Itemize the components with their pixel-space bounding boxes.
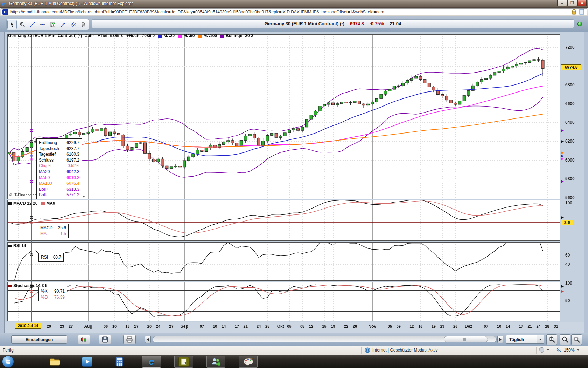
document-glyph [178, 357, 189, 367]
window-titlebar: e Germany 30 (EUR 1 Mini Contract) (-) -… [0, 0, 588, 8]
legend-item: MA20 [158, 33, 175, 38]
legend-low: +Tief: 5385.3 [98, 33, 123, 38]
protected-mode-icon[interactable] [539, 347, 545, 353]
browser-status-bar: Fertig Internet | Geschützter Modus: Akt… [0, 346, 588, 355]
legend-item: RSI 14 [8, 243, 26, 248]
segment-tool-button[interactable] [58, 20, 68, 29]
chevron-down-icon[interactable] [577, 349, 580, 351]
status-separator [361, 347, 362, 354]
print-button[interactable] [123, 335, 136, 344]
interval-value: Täglich [506, 337, 537, 342]
legend-item: MA9 [41, 201, 55, 206]
tooltip-row: Chg %-0.52% [39, 163, 79, 169]
window-title: Germany 30 (EUR 1 Mini Contract) (-) - W… [9, 1, 133, 6]
close-button[interactable]: ✕ [578, 0, 587, 6]
series-color-chip [178, 35, 182, 38]
palette-glyph [243, 357, 253, 366]
floppy-disk-icon [102, 336, 108, 343]
chart-scrollbar-thumb[interactable] [444, 336, 488, 342]
settings-button[interactable]: Einstellungen [11, 335, 67, 344]
indicator-tool-button[interactable] [48, 20, 57, 29]
series-color-chip [8, 285, 12, 287]
restore-button[interactable]: ❐ [567, 0, 577, 6]
zoom-in-button[interactable] [571, 334, 582, 345]
paint-icon[interactable] [239, 356, 258, 368]
price-chart-canvas[interactable] [5, 32, 584, 333]
quote-time: 21:04 [390, 21, 401, 26]
delete-tool-button[interactable] [78, 20, 88, 29]
interval-select[interactable]: Täglich [506, 335, 544, 344]
printer-icon [126, 336, 133, 343]
legend-period[interactable]: Jahr [85, 33, 94, 38]
left-arrow-icon [147, 338, 149, 341]
status-zoom-controls: 150% [539, 347, 580, 353]
stochastic-tooltip: %K90.71%D76.39 [38, 287, 67, 301]
pointer-tool-button[interactable] [7, 20, 17, 29]
tooltip-row: MACD25.6 [40, 225, 66, 231]
candlestick-icon [80, 336, 88, 343]
horizontal-line-tool-button[interactable] [38, 20, 47, 29]
tooltip-row: MA1006076.4 [39, 180, 79, 186]
copyright-label: © IT-Finance.co [9, 193, 37, 197]
globe-icon [365, 347, 370, 353]
version-hint: v. [83, 194, 86, 198]
status-text: Fertig [3, 348, 14, 353]
parallel-lines-tool-button[interactable] [68, 20, 78, 29]
media-player-icon[interactable] [78, 356, 97, 368]
scroll-left-button[interactable] [145, 336, 151, 343]
zone-label: Internet | Geschützter Modus: Aktiv [372, 348, 438, 353]
drawing-tools-group [6, 19, 89, 30]
zoom-in-icon [573, 336, 581, 343]
quote-instrument: Germany 30 (EUR 1 Mini Contract) (-) [265, 21, 344, 26]
connection-status-icon [578, 22, 582, 26]
scroll-right-button[interactable] [497, 336, 503, 343]
chart-type-button[interactable] [78, 335, 90, 344]
compatibility-view-icon[interactable] [579, 9, 584, 15]
trendline-icon [30, 22, 35, 27]
document-app-icon[interactable] [174, 356, 193, 368]
windows-explorer-icon[interactable] [46, 356, 64, 368]
legend-high: +Hoch: 7086.0 [126, 33, 155, 38]
crosshair-tooltip: Eröffnung6229.7Tageshoch6237.7Tagestief6… [36, 138, 82, 199]
magnifier-icon [20, 22, 25, 27]
trendline-tool-button[interactable] [28, 20, 37, 29]
right-arrow-icon [499, 338, 502, 341]
site-favicon: IT [2, 9, 8, 15]
windows-taskbar: e DE ! 21:01 27.12.2010 [0, 355, 588, 368]
tooltip-row: MA-1.5 [40, 231, 66, 237]
zoom-out-button[interactable] [560, 334, 570, 345]
zoom-level-label[interactable]: 150% [564, 348, 575, 353]
zoom-tool-button[interactable] [18, 20, 27, 29]
tooltip-row: Tageshoch6237.7 [39, 146, 79, 152]
series-color-chip [158, 35, 162, 38]
ssl-lock-icon[interactable] [572, 9, 576, 15]
tooltip-row: MA206042.3 [39, 169, 79, 175]
url-field[interactable]: IT https://e.md.it-finance.com/MDFlash/i… [1, 8, 587, 15]
ie-logo-icon: e [2, 1, 5, 7]
tooltip-row: %K90.71 [41, 288, 65, 294]
legend-item: Bollinger 20 2 [220, 33, 253, 38]
page-zoom-icon [556, 347, 562, 353]
minimize-button[interactable]: – [557, 0, 567, 6]
tooltip-row: Eröffnung6229.7 [39, 140, 79, 146]
bottom-toolbar: Einstellungen Täglich [0, 333, 588, 346]
tooltip-row: Tagestief6160.3 [39, 151, 79, 157]
messenger-icon[interactable] [206, 356, 225, 368]
tooltip-row: Boll+6313.3 [39, 186, 79, 192]
calculator-icon[interactable] [110, 356, 129, 368]
pointer-icon [9, 22, 15, 27]
main-chart-legend: Germany 30 (EUR 1 Mini Contract) (-) Jah… [8, 33, 253, 38]
zoom-fit-button[interactable] [546, 334, 557, 345]
zoom-fit-icon [548, 336, 556, 343]
internet-explorer-icon[interactable]: e [142, 356, 161, 368]
quote-bar: Germany 30 (EUR 1 Mini Contract) (-) 697… [92, 19, 574, 28]
chevron-down-icon[interactable] [547, 349, 550, 351]
interval-dropdown-button[interactable] [537, 335, 544, 343]
folder-icon [50, 357, 60, 366]
legend-item: MA50 [178, 33, 195, 38]
series-color-chip [8, 202, 12, 205]
save-button[interactable] [99, 335, 111, 344]
crosshair-date-badge: 2010 Jul 14 [15, 323, 41, 329]
tooltip-row: %D76.39 [41, 294, 65, 300]
start-button[interactable] [2, 356, 14, 368]
